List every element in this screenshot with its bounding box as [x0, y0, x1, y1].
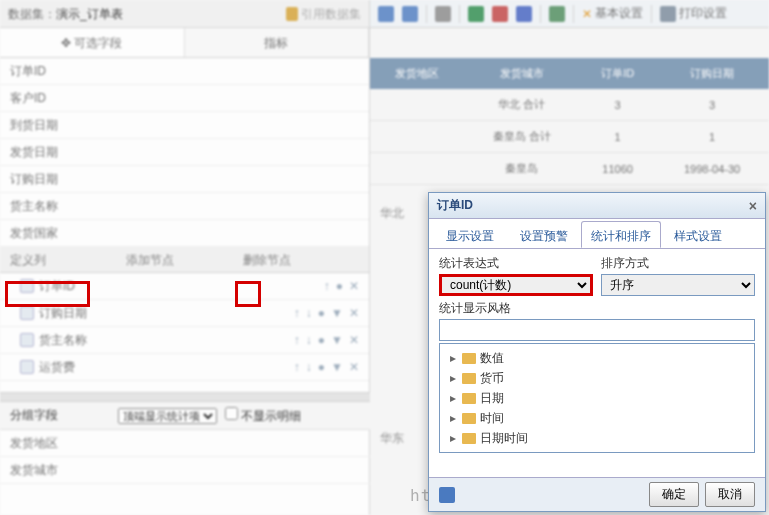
table-row: 秦皇岛 合计11 [370, 121, 769, 153]
folder-icon [462, 373, 476, 384]
doc-icon [20, 306, 34, 320]
help-icon[interactable] [439, 487, 455, 503]
group-field-item[interactable]: 发货城市 [0, 457, 370, 484]
highlight-order-id [5, 281, 90, 307]
tab-optional-fields[interactable]: ✥ 可选字段 [0, 28, 185, 57]
dialog-footer: 确定 取消 [429, 477, 765, 511]
tree-item[interactable]: 运货费 ↑↓●▼✕ [0, 354, 369, 381]
table-row: 华北 合计33 [370, 89, 769, 121]
folder-icon [462, 433, 476, 444]
display-style-input[interactable] [439, 319, 755, 341]
sort-order-select[interactable]: 升序 [601, 274, 755, 296]
tree-item[interactable]: 货主名称 ↑↓●▼✕ [0, 327, 369, 354]
table-header[interactable]: 订购日期 [655, 58, 769, 89]
custom-columns-header: 定义列 添加节点 删除节点 [0, 247, 369, 273]
field-item[interactable]: 货主名称 [0, 193, 369, 220]
remove-node-button[interactable]: 删除节点 [243, 247, 359, 272]
stat-expression-select[interactable]: count(计数) [439, 274, 593, 296]
cancel-button[interactable]: 取消 [705, 482, 755, 507]
tree-controls[interactable]: ↑↓●▼✕ [294, 306, 359, 320]
table-header[interactable]: 发货城市 [463, 58, 580, 89]
group-field-item[interactable]: 发货地区 [0, 430, 370, 457]
column-settings-dialog: 订单ID × 显示设置 设置预警 统计和排序 样式设置 统计表达式 count(… [428, 192, 766, 512]
save-icon[interactable] [378, 6, 394, 22]
hide-detail-checkbox[interactable]: 不显示明细 [225, 407, 301, 425]
tree-node-currency[interactable]: ▸货币 [444, 368, 750, 388]
folder-icon [462, 393, 476, 404]
tree-controls[interactable]: ↑↓●▼✕ [294, 360, 359, 374]
field-item[interactable]: 订购日期 [0, 166, 369, 193]
tab-style-settings[interactable]: 样式设置 [661, 221, 735, 248]
save-as-icon[interactable] [402, 6, 418, 22]
region-label: 华北 [380, 205, 404, 222]
ok-button[interactable]: 确定 [649, 482, 699, 507]
left-tabs: ✥ 可选字段 指标 [0, 28, 369, 58]
word-icon[interactable] [516, 6, 532, 22]
highlight-action-icon [235, 281, 261, 307]
folder-icon [462, 353, 476, 364]
tab-stats-sort[interactable]: 统计和排序 [581, 221, 661, 248]
table-header[interactable]: 发货地区 [370, 58, 463, 89]
field-item[interactable]: 客户ID [0, 85, 369, 112]
excel-icon[interactable] [468, 6, 484, 22]
folder-icon [462, 413, 476, 424]
tree-node-number[interactable]: ▸数值 [444, 348, 750, 368]
field-item[interactable]: 发货日期 [0, 139, 369, 166]
dataset-label: 数据集： [8, 0, 56, 28]
field-item[interactable]: 到货日期 [0, 112, 369, 139]
tab-display-settings[interactable]: 显示设置 [433, 221, 507, 248]
table-header[interactable]: 订单ID [580, 58, 655, 89]
group-field-row: 分组字段 顶端显示统计项 不显示明细 [0, 402, 370, 430]
tree-node-time[interactable]: ▸时间 [444, 408, 750, 428]
style-label: 统计显示风格 [439, 300, 755, 317]
dialog-tabs: 显示设置 设置预警 统计和排序 样式设置 [429, 219, 765, 249]
dialog-title-bar[interactable]: 订单ID × [429, 193, 765, 219]
tree-node-datetime[interactable]: ▸日期时间 [444, 428, 750, 448]
basic-settings-button[interactable]: ✕基本设置 [582, 5, 643, 22]
tree-node-date[interactable]: ▸日期 [444, 388, 750, 408]
tab-indicator[interactable]: 指标 [185, 28, 370, 57]
toolbar: ✕基本设置 打印设置 [370, 0, 769, 28]
sort-label: 排序方式 [601, 255, 755, 272]
pdf-icon[interactable] [492, 6, 508, 22]
doc-icon [20, 333, 34, 347]
tree-controls[interactable]: ↑↓●▼✕ [294, 333, 359, 347]
dialog-title: 订单ID [437, 197, 473, 214]
export-icon[interactable] [549, 6, 565, 22]
close-icon[interactable]: × [749, 198, 757, 214]
dataset-name: 演示_订单表 [56, 0, 123, 28]
data-table: 发货地区 发货城市 订单ID 订购日期 华北 合计33 秦皇岛 合计11 秦皇岛… [370, 58, 769, 185]
field-item[interactable]: 发货国家 [0, 220, 369, 247]
expr-label: 统计表达式 [439, 255, 593, 272]
format-tree[interactable]: ▸数值 ▸货币 ▸日期 ▸时间 ▸日期时间 [439, 343, 755, 453]
region-label: 华东 [380, 430, 404, 447]
tree-controls[interactable]: ↑●✕ [324, 279, 359, 293]
add-node-button[interactable]: 添加节点 [126, 247, 242, 272]
tab-alert-settings[interactable]: 设置预警 [507, 221, 581, 248]
print-icon[interactable] [435, 6, 451, 22]
field-list: 订单ID 客户ID 到货日期 发货日期 订购日期 货主名称 发货国家 [0, 58, 369, 247]
print-settings-button[interactable]: 打印设置 [660, 5, 727, 22]
table-row: 秦皇岛110601998-04-30 [370, 153, 769, 185]
field-item[interactable]: 订单ID [0, 58, 369, 85]
database-icon [286, 7, 298, 21]
dataset-row: 数据集： 演示_订单表 引用数据集 [0, 0, 369, 28]
group-display-select[interactable]: 顶端显示统计项 [118, 408, 217, 424]
doc-icon [20, 360, 34, 374]
import-dataset-button[interactable]: 引用数据集 [286, 0, 361, 28]
